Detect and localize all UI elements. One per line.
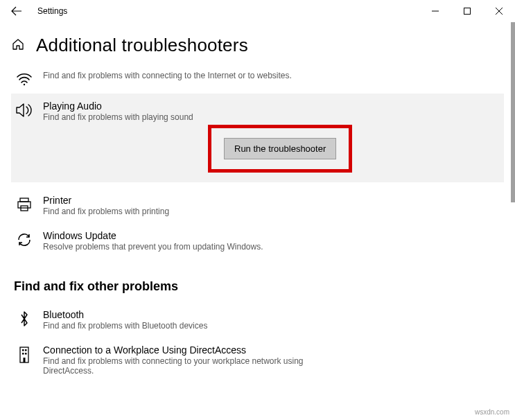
troubleshooter-audio-block: Playing Audio Find and fix problems with…	[11, 94, 504, 182]
svg-rect-0	[464, 8, 471, 15]
back-button[interactable]	[6, 0, 28, 22]
window-title: Settings	[37, 6, 67, 16]
maximize-button[interactable]	[451, 0, 483, 22]
troubleshooter-text: Connection to a Workplace Using DirectAc…	[43, 344, 500, 376]
window-controls	[419, 0, 515, 22]
troubleshooter-internet[interactable]: Find and fix problems with connecting to…	[11, 63, 504, 94]
home-icon[interactable]	[11, 37, 26, 54]
svg-rect-6	[22, 349, 24, 351]
close-icon	[496, 8, 503, 15]
troubleshooter-bluetooth[interactable]: Bluetooth Find and fix problems with Blu…	[11, 302, 504, 338]
troubleshooter-desc: Resolve problems that prevent you from u…	[43, 242, 500, 252]
svg-rect-9	[25, 353, 27, 355]
troubleshooter-name: Printer	[43, 195, 500, 206]
workplace-icon	[15, 344, 33, 364]
troubleshooter-text: Find and fix problems with connecting to…	[43, 70, 500, 80]
troubleshooter-windows-update[interactable]: Windows Update Resolve problems that pre…	[11, 223, 504, 259]
arrow-left-icon	[11, 6, 22, 17]
troubleshooter-audio[interactable]: Playing Audio Find and fix problems with…	[11, 94, 504, 129]
scrollbar[interactable]	[511, 22, 515, 202]
titlebar: Settings	[0, 0, 515, 22]
troubleshooter-text: Playing Audio Find and fix problems with…	[43, 100, 500, 122]
troubleshooter-desc: Find and fix problems with Bluetooth dev…	[43, 321, 500, 331]
watermark: wsxdn.com	[475, 408, 509, 416]
troubleshooter-list: Find and fix problems with connecting to…	[11, 63, 504, 259]
home-icon-svg	[11, 37, 25, 51]
troubleshooter-printer[interactable]: Printer Find and fix problems with print…	[11, 188, 504, 223]
troubleshooter-name: Playing Audio	[43, 100, 500, 112]
page-title: Additional troubleshooters	[36, 35, 248, 56]
troubleshooter-text: Windows Update Resolve problems that pre…	[43, 230, 500, 252]
troubleshooter-name: Bluetooth	[43, 309, 500, 320]
svg-rect-7	[25, 349, 27, 351]
wifi-icon	[15, 70, 33, 87]
troubleshooter-name: Windows Update	[43, 230, 500, 241]
minimize-icon	[432, 8, 439, 15]
svg-rect-8	[22, 353, 24, 355]
svg-rect-10	[24, 358, 26, 362]
minimize-button[interactable]	[419, 0, 451, 22]
other-troubleshooter-list: Bluetooth Find and fix problems with Blu…	[11, 302, 504, 383]
printer-icon	[15, 195, 33, 213]
troubleshooter-text: Printer Find and fix problems with print…	[43, 195, 500, 216]
svg-rect-2	[20, 198, 28, 202]
troubleshooter-desc: Find and fix problems with connecting to…	[43, 356, 320, 376]
maximize-icon	[464, 8, 471, 15]
run-troubleshooter-button[interactable]: Run the troubleshooter	[224, 138, 336, 159]
content-area: Additional troubleshooters Find and fix …	[0, 22, 515, 420]
bluetooth-icon	[15, 309, 33, 329]
troubleshooter-name: Connection to a Workplace Using DirectAc…	[43, 344, 500, 356]
close-button[interactable]	[483, 0, 515, 22]
highlight-box: Run the troubleshooter	[208, 125, 352, 173]
troubleshooter-text: Bluetooth Find and fix problems with Blu…	[43, 309, 500, 331]
speaker-icon	[15, 100, 33, 119]
page-header: Additional troubleshooters	[11, 35, 504, 56]
troubleshooter-desc: Find and fix problems with connecting to…	[43, 71, 306, 80]
troubleshooter-directaccess[interactable]: Connection to a Workplace Using DirectAc…	[11, 338, 504, 383]
svg-point-1	[24, 84, 25, 85]
svg-rect-3	[18, 202, 30, 208]
update-icon	[15, 230, 33, 248]
troubleshooter-desc: Find and fix problems with playing sound	[43, 112, 500, 122]
section-heading: Find and fix other problems	[14, 279, 504, 294]
troubleshooter-desc: Find and fix problems with printing	[43, 207, 500, 216]
